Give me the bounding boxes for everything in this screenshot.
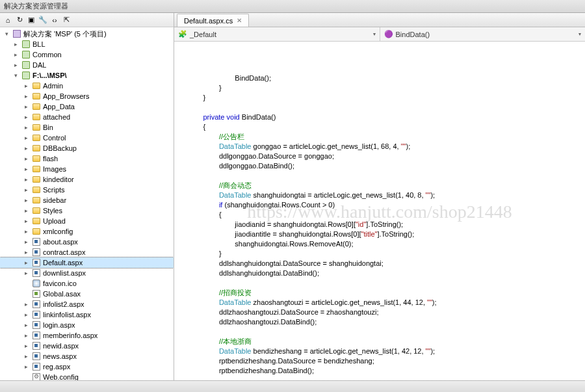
aspx-icon (31, 310, 42, 319)
close-icon[interactable]: ✕ (237, 17, 242, 24)
tree-item[interactable]: ▸flash (0, 153, 174, 164)
solution-tree[interactable]: ▾ 解决方案 'MSP' (5 个项目) ▸BLL▸Common▸DAL▾F:\… (0, 27, 174, 380)
expander-icon[interactable]: ▾ (12, 72, 20, 79)
member-dropdown[interactable]: 🟣 BindData() ▾ (380, 27, 586, 41)
tree-item[interactable]: ▸sidebar (0, 195, 174, 205)
tree-item[interactable]: ▸Styles (0, 205, 174, 216)
expander-icon[interactable]: ▸ (22, 332, 30, 339)
tree-item[interactable]: Web.config (0, 372, 174, 380)
code-line: } (187, 93, 585, 103)
expander-icon[interactable]: ▸ (22, 228, 30, 235)
tree-item[interactable]: ▸news.aspx (0, 351, 174, 361)
class-dropdown[interactable]: 🧩 _Default ▾ (174, 27, 380, 41)
expander-icon[interactable]: ▸ (22, 83, 30, 89)
expander-icon[interactable]: ▸ (22, 249, 30, 255)
expander-icon[interactable]: ▸ (22, 207, 30, 214)
tree-item[interactable]: ▸attached (0, 112, 174, 122)
tree-item[interactable]: favicon.ico (0, 278, 174, 289)
code-line: } (187, 249, 585, 259)
expander-icon[interactable]: ▸ (22, 145, 30, 151)
tree-item[interactable]: Global.asax (0, 289, 174, 299)
tree-item[interactable]: ▸Scripts (0, 185, 174, 195)
tree-item[interactable]: ▸Default.aspx (0, 257, 174, 268)
tree-item[interactable]: ▸login.aspx (0, 320, 174, 330)
expander-icon[interactable]: ▸ (22, 114, 30, 120)
expander-icon[interactable]: ▸ (22, 218, 30, 224)
tree-item[interactable]: ▸Images (0, 164, 174, 174)
tree-item[interactable]: ▸BLL (0, 39, 174, 49)
view-code-icon[interactable]: ‹› (49, 15, 60, 25)
tree-item[interactable]: ▸Upload (0, 216, 174, 226)
expander-icon[interactable]: ▸ (22, 311, 30, 318)
expander-icon[interactable]: ▸ (22, 270, 30, 276)
expander-icon[interactable]: ▸ (22, 176, 30, 183)
expander-icon[interactable]: ▸ (22, 363, 30, 370)
expander-icon[interactable]: ▸ (22, 343, 30, 349)
expander-icon[interactable]: ▸ (22, 301, 30, 307)
tree-item[interactable]: ▾F:\...\MSP\ (0, 70, 174, 81)
tree-item[interactable]: ▸infolist2.aspx (0, 299, 174, 309)
expander-icon[interactable]: ▸ (22, 239, 30, 245)
aspx-icon (31, 331, 42, 340)
expander-icon[interactable]: ▸ (22, 197, 30, 203)
tab-default-aspx-cs[interactable]: Default.aspx.cs ✕ (177, 14, 249, 27)
tree-item[interactable]: ▸downlist.aspx (0, 268, 174, 278)
expander-icon[interactable]: ▸ (22, 124, 30, 131)
expander-icon[interactable]: ▸ (22, 166, 30, 172)
tree-item-label: Admin (43, 82, 63, 90)
editor-tabstrip[interactable]: Default.aspx.cs ✕ (174, 13, 585, 27)
tree-item[interactable]: ▸contract.aspx (0, 247, 174, 257)
home-icon[interactable]: ⌂ (3, 15, 13, 25)
aspx-icon (31, 258, 42, 267)
expander-icon[interactable]: ▸ (22, 187, 30, 193)
expander-icon[interactable]: ▸ (22, 155, 30, 162)
expander-icon[interactable]: ▸ (22, 353, 30, 359)
tree-item-label: Bin (43, 124, 53, 131)
tree-item-label: downlist.aspx (43, 269, 86, 277)
expander-icon[interactable]: ▸ (12, 51, 20, 58)
tree-item[interactable]: ▸Control (0, 133, 174, 143)
tree-item[interactable]: ▸reg.aspx (0, 361, 174, 372)
code-line: //公告栏 (187, 132, 585, 142)
solution-node[interactable]: ▾ 解决方案 'MSP' (5 个项目) (0, 29, 174, 39)
tree-item[interactable]: ▸App_Data (0, 101, 174, 112)
folder-icon (31, 154, 42, 163)
expander-icon[interactable]: ▸ (22, 259, 30, 266)
code-line: BindData(); (187, 73, 585, 83)
tree-item[interactable]: ▸xmlconfig (0, 226, 174, 237)
expander-icon[interactable]: ▸ (22, 135, 30, 141)
tree-item[interactable]: ▸DAL (0, 60, 174, 70)
tree-item-label: App_Data (43, 103, 75, 111)
folder-icon (31, 144, 42, 153)
tree-item[interactable]: ▸Admin (0, 81, 174, 91)
aspx-icon (31, 320, 42, 330)
tree-item[interactable]: ▸Bin (0, 122, 174, 133)
tree-item-label: BLL (32, 40, 46, 48)
code-line: //招商投资 (187, 288, 585, 298)
code-editor[interactable]: https://www.hanjutt.com/shop21448 BindDa… (174, 42, 585, 380)
expander-icon[interactable]: ▸ (22, 322, 30, 328)
show-all-icon[interactable]: ▣ (26, 15, 36, 25)
tree-item[interactable]: ▸Common (0, 49, 174, 60)
refresh-icon[interactable]: ↻ (14, 15, 25, 25)
expander-icon[interactable]: ▸ (12, 41, 20, 47)
expander-icon[interactable]: ▸ (12, 62, 20, 68)
solution-explorer-titlebar: 解决方案资源管理器 (0, 0, 585, 13)
tree-item-label: linkinfolist.aspx (43, 311, 91, 319)
expander-icon[interactable]: ▾ (3, 31, 10, 37)
tree-item[interactable]: ▸DBBackup (0, 143, 174, 153)
properties-icon[interactable]: 🔧 (38, 15, 48, 25)
expander-icon[interactable]: ▸ (22, 93, 30, 99)
tree-item[interactable]: ▸about.aspx (0, 237, 174, 247)
tree-item[interactable]: ▸memberinfo.aspx (0, 330, 174, 341)
tree-item-label: flash (43, 155, 58, 163)
tree-item[interactable]: ▸kindeditor (0, 174, 174, 185)
tree-item[interactable]: ▸App_Browsers (0, 91, 174, 101)
collapse-icon[interactable]: ⇱ (61, 15, 72, 25)
code-line (187, 278, 585, 288)
aspx-icon (31, 300, 42, 309)
aspx-icon (31, 362, 42, 371)
tree-item[interactable]: ▸linkinfolist.aspx (0, 309, 174, 320)
expander-icon[interactable]: ▸ (22, 103, 30, 110)
tree-item[interactable]: ▸newid.aspx (0, 341, 174, 351)
